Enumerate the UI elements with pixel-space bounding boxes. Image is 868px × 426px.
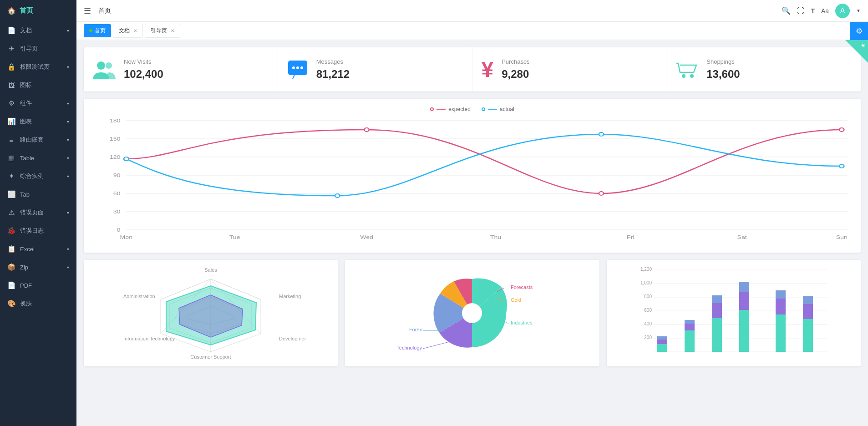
sidebar-item-label: Table (20, 155, 34, 162)
svg-point-5 (300, 66, 303, 69)
svg-point-35 (599, 132, 604, 136)
home-icon: 🏠 (7, 7, 16, 15)
svg-line-64 (423, 342, 449, 349)
svg-point-33 (124, 157, 128, 161)
dropdown-icon[interactable]: ▼ (856, 8, 861, 13)
actual-line (488, 109, 497, 110)
svg-text:Sat: Sat (737, 234, 747, 240)
actual-label: actual (500, 106, 514, 112)
search-icon[interactable]: 🔍 (782, 6, 791, 15)
tab-首页[interactable]: 首页 (84, 24, 111, 37)
sidebar-item-组件[interactable]: ⚙ 组件 ▾ (0, 94, 76, 112)
stat-info-2: Purchases 9,280 (502, 58, 529, 81)
expected-line (437, 109, 446, 110)
bar-chart-svg: 1,200 1,000 800 600 400 200 (638, 265, 829, 361)
sidebar-item-zip[interactable]: 📦 Zip ▾ (0, 258, 76, 276)
sidebar-item-label: 图表 (20, 117, 32, 126)
sidebar-icon: 📦 (7, 263, 15, 271)
topbar-title: 首页 (98, 7, 111, 15)
sidebar-item-tab[interactable]: ⬜ Tab (0, 185, 76, 203)
sidebar-item-文档[interactable]: 📄 文档 ▾ (0, 21, 76, 40)
sidebar-item-路由嵌套[interactable]: ≡ 路由嵌套 ▾ (0, 131, 76, 149)
svg-point-30 (364, 128, 369, 132)
sidebar-logo[interactable]: 🏠 首页 (0, 0, 76, 21)
accessibility-icon[interactable]: Aa (821, 7, 829, 15)
stat-icon-3 (675, 60, 698, 80)
chevron-icon: ▾ (67, 65, 69, 70)
svg-text:Marketing: Marketing (279, 294, 301, 299)
svg-text:Information Technology: Information Technology (123, 336, 175, 341)
tab-文档[interactable]: 文档✕ (113, 24, 143, 38)
stat-info-3: Shoppings 13,600 (706, 58, 740, 81)
svg-point-1 (106, 62, 112, 69)
tab-引导页[interactable]: 引导页✕ (145, 24, 180, 38)
sidebar-item-综合实例[interactable]: ✦ 综合实例 ▾ (0, 167, 76, 185)
sidebar-item-图标[interactable]: 🖼 图标 (0, 76, 76, 94)
avatar[interactable]: A (835, 4, 850, 18)
svg-rect-83 (685, 320, 695, 324)
svg-point-54 (462, 303, 482, 323)
fullscreen-icon[interactable]: ⛶ (797, 7, 804, 15)
chevron-icon: ▾ (67, 174, 69, 179)
sidebar-item-图表[interactable]: 📊 图表 ▾ (0, 112, 76, 131)
sidebar-item-错误日志[interactable]: 🐞 错误日志 (0, 222, 76, 240)
font-icon[interactable]: T (811, 7, 815, 15)
sidebar-item-pdf[interactable]: 📄 PDF (0, 276, 76, 294)
stat-label-3: Shoppings (706, 58, 740, 65)
line-chart-card: expected actual 180 150 (84, 99, 861, 253)
sidebar-icon: 📄 (7, 26, 15, 35)
sidebar: 🏠 首页 📄 文档 ▾ ✈ 引导页 🔒 权限测试页 ▾ 🖼 图标 ⚙ 组件 ▾ … (0, 0, 76, 426)
stat-value-1: 81,212 (316, 68, 350, 81)
stat-card-1: Messages 81,212 (278, 47, 472, 91)
chevron-icon: ▾ (67, 265, 69, 270)
sidebar-item-label: 错误页面 (20, 208, 44, 217)
svg-rect-93 (803, 319, 813, 352)
stat-value-0: 102,400 (124, 68, 163, 81)
svg-point-7 (690, 74, 694, 78)
sidebar-icon: ≡ (7, 136, 15, 144)
sidebar-icon: ⬜ (7, 190, 15, 198)
stat-label-0: New Visits (124, 58, 163, 65)
sidebar-item-换肤[interactable]: 🎨 换肤 (0, 294, 76, 313)
sidebar-icon: ▦ (7, 154, 15, 162)
svg-point-36 (839, 164, 844, 168)
svg-point-0 (97, 61, 105, 70)
topbar: ☰ 首页 🔍 ⛶ T Aa A ▼ (76, 0, 868, 22)
svg-rect-85 (712, 303, 722, 318)
svg-rect-86 (712, 295, 722, 303)
tab-label: 文档 (119, 27, 130, 35)
chevron-icon: ▾ (67, 119, 69, 124)
svg-text:Development: Development (279, 336, 306, 341)
stat-value-2: 9,280 (502, 68, 529, 81)
svg-text:90: 90 (113, 172, 121, 178)
stat-card-2: ¥ Purchases 9,280 (472, 47, 667, 91)
svg-point-3 (292, 66, 295, 69)
sidebar-icon: 📄 (7, 281, 15, 289)
tab-label: 引导页 (151, 27, 167, 35)
svg-text:Technology: Technology (397, 345, 422, 350)
svg-rect-91 (776, 299, 786, 314)
sidebar-item-label: 换肤 (20, 299, 32, 308)
sidebar-item-table[interactable]: ▦ Table ▾ (0, 149, 76, 167)
sidebar-icon: 📊 (7, 117, 15, 126)
settings-button[interactable]: ⚙ (850, 22, 868, 40)
sidebar-item-label: 文档 (20, 26, 32, 35)
stat-icon-2: ¥ (482, 59, 494, 81)
sidebar-item-权限测试页[interactable]: 🔒 权限测试页 ▾ (0, 58, 76, 76)
tab-close-icon[interactable]: ✕ (133, 28, 137, 33)
expected-dot (430, 107, 434, 111)
sidebar-icon: 🎨 (7, 299, 15, 308)
menu-icon[interactable]: ☰ (84, 6, 91, 16)
svg-point-34 (335, 194, 340, 198)
svg-text:1,200: 1,200 (640, 267, 652, 272)
sidebar-item-引导页[interactable]: ✈ 引导页 (0, 40, 76, 58)
main-area: ☰ 首页 🔍 ⛶ T Aa A ▼ 首页文档✕引导页✕ ⚙ ★ New Visi… (76, 0, 868, 426)
svg-text:30: 30 (113, 209, 121, 214)
sidebar-item-excel[interactable]: 📋 Excel ▾ (0, 240, 76, 258)
sidebar-item-错误页面[interactable]: ⚠ 错误页面 ▾ (0, 203, 76, 222)
stat-label-1: Messages (316, 58, 350, 65)
sidebar-icon: ✦ (7, 172, 15, 180)
sidebar-icon: ⚠ (7, 208, 15, 217)
svg-rect-80 (657, 336, 667, 340)
tab-close-icon[interactable]: ✕ (171, 28, 174, 33)
